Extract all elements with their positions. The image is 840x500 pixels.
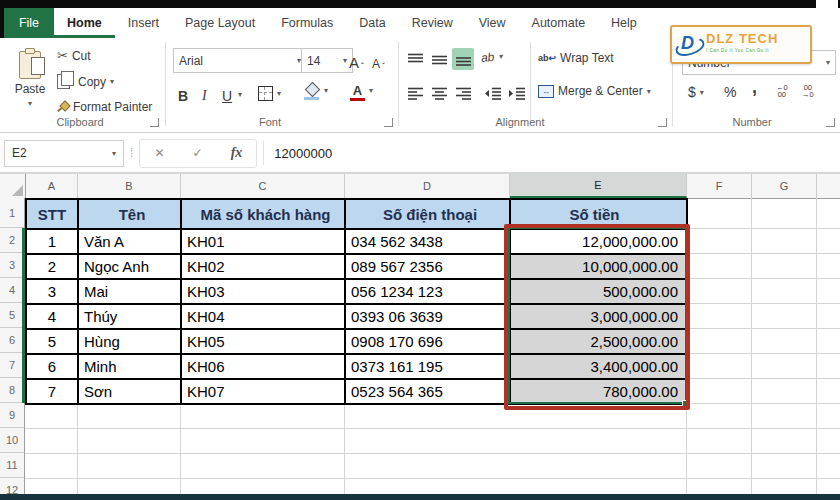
tab-page-layout[interactable]: Page Layout <box>172 8 268 38</box>
cell-d2[interactable]: 034 562 3438 <box>346 230 511 255</box>
cell-d6[interactable]: 0908 170 696 <box>346 330 511 355</box>
orientation-button[interactable]: ab ▾ <box>480 49 503 65</box>
fill-color-button[interactable]: ▾ <box>304 84 328 96</box>
accounting-format-button[interactable]: $ ▾ <box>688 84 704 100</box>
tab-help[interactable]: Help <box>598 8 650 38</box>
cell-a5[interactable]: 4 <box>27 305 79 330</box>
enter-icon[interactable]: ✓ <box>193 146 203 160</box>
cell-c8[interactable]: KH07 <box>182 380 346 405</box>
tab-home[interactable]: Home <box>54 8 115 38</box>
chevron-down-icon[interactable]: ▾ <box>324 86 328 95</box>
formula-input[interactable]: 12000000 <box>274 146 332 161</box>
underline-button[interactable]: U <box>222 82 232 104</box>
column-header-b[interactable]: B <box>78 174 181 198</box>
cell-d3[interactable]: 089 567 2356 <box>346 255 511 280</box>
align-right-button[interactable] <box>452 82 474 104</box>
row-header-6[interactable]: 6 <box>0 328 24 353</box>
cell-c2[interactable]: KH01 <box>182 230 346 255</box>
row-header-10[interactable]: 10 <box>0 428 24 453</box>
font-dialog-launcher-icon[interactable] <box>384 118 393 127</box>
cell-d8[interactable]: 0523 564 365 <box>346 380 511 405</box>
wrap-text-button[interactable]: ab↩ Wrap Text <box>538 51 614 65</box>
cell-b5[interactable]: Thúy <box>79 305 182 330</box>
chevron-down-icon[interactable]: ▾ <box>647 87 651 96</box>
cell-a4[interactable]: 3 <box>27 280 79 305</box>
column-header-f[interactable]: F <box>687 174 752 198</box>
row-header-11[interactable]: 11 <box>0 453 24 478</box>
cell-b3[interactable]: Ngọc Anh <box>79 255 182 280</box>
cell-c3[interactable]: KH02 <box>182 255 346 280</box>
tab-data[interactable]: Data <box>346 8 398 38</box>
grow-font-button[interactable]: Aˆ <box>349 49 364 71</box>
sheet-grid[interactable]: A B C D E F G 1 2 3 4 5 6 7 8 9 10 11 12 <box>0 174 840 500</box>
cell-b4[interactable]: Mai <box>79 280 182 305</box>
percent-style-button[interactable]: % <box>724 84 736 100</box>
cell-a1[interactable]: STT <box>27 200 79 230</box>
row-header-4[interactable]: 4 <box>0 278 24 303</box>
tab-file[interactable]: File <box>4 8 54 38</box>
chevron-down-icon[interactable]: ▾ <box>700 88 704 97</box>
row-header-2[interactable]: 2 <box>0 228 24 253</box>
shrink-font-button[interactable]: Aˇ <box>372 49 385 71</box>
drag-handle-icon[interactable]: ⁞ <box>130 146 133 160</box>
row-header-1[interactable]: 1 <box>0 198 24 228</box>
cell-c4[interactable]: KH03 <box>182 280 346 305</box>
chevron-down-icon[interactable]: ▾ <box>498 51 503 60</box>
cell-d4[interactable]: 056 1234 123 <box>346 280 511 305</box>
cell-a3[interactable]: 2 <box>27 255 79 280</box>
select-all-corner[interactable] <box>0 174 26 198</box>
cell-c7[interactable]: KH06 <box>182 355 346 380</box>
cell-a7[interactable]: 6 <box>27 355 79 380</box>
cell-b2[interactable]: Văn A <box>79 230 182 255</box>
tab-automate[interactable]: Automate <box>519 8 599 38</box>
chevron-down-icon[interactable]: ▾ <box>28 99 32 108</box>
cell-c1[interactable]: Mã số khách hàng <box>182 200 346 230</box>
row-header-7[interactable]: 7 <box>0 353 24 378</box>
cell-d1[interactable]: Số điện thoại <box>346 200 511 230</box>
cell-a8[interactable]: 7 <box>27 380 79 405</box>
decrease-indent-button[interactable] <box>482 82 504 104</box>
clipboard-dialog-launcher-icon[interactable] <box>150 118 159 127</box>
align-middle-button[interactable] <box>428 48 450 70</box>
decrease-decimal-button[interactable]: 00→0 <box>802 84 814 98</box>
increase-indent-button[interactable] <box>506 82 528 104</box>
italic-button[interactable]: I <box>202 82 207 104</box>
tab-view[interactable]: View <box>466 8 519 38</box>
cell-a6[interactable]: 5 <box>27 330 79 355</box>
increase-decimal-button[interactable]: ←000 <box>776 84 788 98</box>
font-name-select[interactable]: Arial ▾ <box>173 48 307 73</box>
cancel-icon[interactable]: ✕ <box>154 146 164 160</box>
cell-b7[interactable]: Minh <box>79 355 182 380</box>
column-header-c[interactable]: C <box>181 174 345 198</box>
column-header-a[interactable]: A <box>26 174 78 198</box>
comma-style-button[interactable]: , <box>752 82 757 92</box>
bold-button[interactable]: B <box>178 82 188 104</box>
align-center-button[interactable] <box>428 82 450 104</box>
cell-c5[interactable]: KH04 <box>182 305 346 330</box>
format-painter-button[interactable]: Format Painter <box>57 100 152 114</box>
align-left-button[interactable] <box>404 82 426 104</box>
borders-button[interactable]: ▾ <box>258 86 281 101</box>
name-box[interactable]: E2 ▾ <box>4 140 124 167</box>
chevron-down-icon[interactable]: ▾ <box>112 149 116 158</box>
cell-b6[interactable]: Hùng <box>79 330 182 355</box>
cut-button[interactable]: ✂ Cut <box>57 48 91 63</box>
cell-a2[interactable]: 1 <box>27 230 79 255</box>
insert-function-icon[interactable]: fx <box>231 145 243 161</box>
row-header-5[interactable]: 5 <box>0 303 24 328</box>
column-header-e[interactable]: E <box>510 174 687 198</box>
row-header-8[interactable]: 8 <box>0 378 24 403</box>
tab-insert[interactable]: Insert <box>115 8 172 38</box>
column-header-partial[interactable] <box>817 174 840 198</box>
row-header-9[interactable]: 9 <box>0 403 24 428</box>
copy-button[interactable]: Copy ▾ <box>57 74 114 89</box>
chevron-down-icon[interactable]: ▾ <box>369 86 373 95</box>
font-color-button[interactable]: A ▾ <box>350 83 373 97</box>
align-top-button[interactable] <box>404 48 426 70</box>
cell-b8[interactable]: Sơn <box>79 380 182 405</box>
column-header-d[interactable]: D <box>345 174 510 198</box>
tab-review[interactable]: Review <box>399 8 466 38</box>
cell-d5[interactable]: 0393 06 3639 <box>346 305 511 330</box>
align-bottom-button[interactable] <box>452 48 474 70</box>
cell-b1[interactable]: Tên <box>79 200 182 230</box>
